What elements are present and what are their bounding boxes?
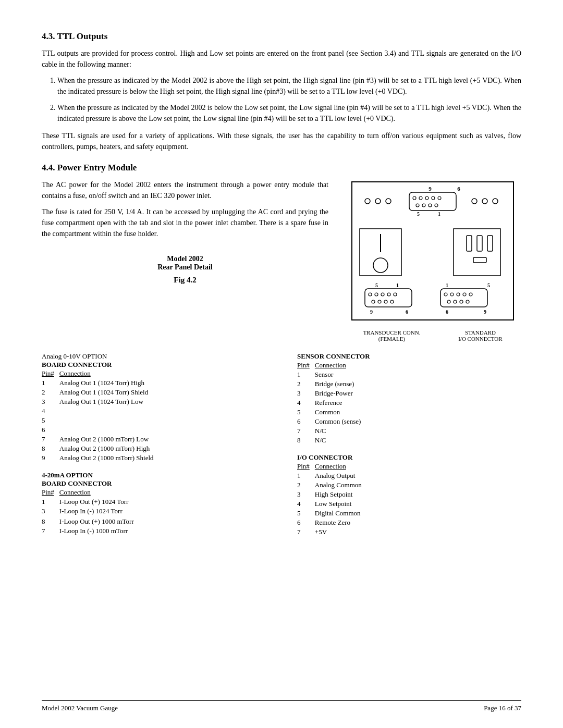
table-row: 3Bridge-Power <box>297 389 366 398</box>
pin-num: 4 <box>297 398 315 408</box>
pin-conn: Analog Out 1 (1024 Torr) Shield <box>59 388 159 397</box>
pin-num: 3 <box>297 389 315 398</box>
fig-caption-2: Rear Panel Detail <box>42 263 328 272</box>
analog-subtitle2: BOARD CONNECTOR <box>42 361 266 369</box>
svg-point-54 <box>466 300 469 303</box>
io-section: I/O CONNECTOR Pin# Connection 1Analog Ou… <box>297 453 521 537</box>
table-row: 8Analog Out 2 (1000 mTorr) High <box>42 444 159 453</box>
pin-conn: Analog Out 2 (1000 mTorr) Shield <box>59 453 159 463</box>
pin-conn: Common (sense) <box>315 417 366 426</box>
pin-conn: Analog Output <box>315 471 367 480</box>
svg-text:1: 1 <box>396 282 399 288</box>
pin-conn: Analog Out 1 (1024 Torr) High <box>59 378 159 388</box>
table-row: 3High Setpoint <box>297 490 367 499</box>
heading-44: 4.4. Power Entry Module <box>42 163 521 173</box>
sensor-title: SENSOR CONNECTOR <box>297 352 521 361</box>
heading-43: 4.3. TTL Outputs <box>42 31 521 42</box>
pinout-section: Analog 0-10V OPTION BOARD CONNECTOR Pin#… <box>42 352 521 545</box>
pin-conn: Remote Zero <box>315 518 367 527</box>
para-44-1: The AC power for the Model 2002 enters t… <box>42 179 328 201</box>
table-row: 3Analog Out 1 (1024 Torr) Low <box>42 397 159 406</box>
pin-num: 4 <box>297 499 315 509</box>
pin-num: 8 <box>42 444 59 453</box>
conn-label-left: TRANSDUCER CONN. (FEMALE) <box>363 329 420 342</box>
svg-text:5: 5 <box>417 211 420 217</box>
svg-point-18 <box>472 199 477 204</box>
pin-num: 5 <box>297 408 315 417</box>
svg-rect-28 <box>473 257 486 263</box>
fig-caption-block: Model 2002 Rear Panel Detail Fig 4.2 <box>42 255 328 285</box>
svg-point-9 <box>425 196 429 200</box>
sensor-section: SENSOR CONNECTOR Pin# Connection 1Sensor… <box>297 352 521 445</box>
analog-conn-header: Connection <box>59 369 159 378</box>
table-row: 6Common (sense) <box>297 417 366 426</box>
table-row: 2Analog Common <box>297 480 367 490</box>
pin-num: 7 <box>297 527 315 537</box>
table-row: 7I-Loop In (-) 1000 mTorr <box>42 526 139 536</box>
ma-table: Pin# Connection 1I-Loop Out (+) 1024 Tor… <box>42 488 139 536</box>
table-row: 4 <box>42 406 159 416</box>
svg-point-11 <box>438 196 441 200</box>
table-row: 7Analog Out 2 (1000 mTorr) Low <box>42 435 159 444</box>
sensor-pin-header: Pin# <box>297 361 315 370</box>
table-row: 1I-Loop Out (+) 1024 Torr <box>42 497 139 507</box>
pin-conn: Analog Out 1 (1024 Torr) Low <box>59 397 159 406</box>
ma-pin-header: Pin# <box>42 488 59 497</box>
sensor-table: Pin# Connection 1Sensor2Bridge (sense)3B… <box>297 361 366 445</box>
table-row: 2Analog Out 1 (1024 Torr) Shield <box>42 388 159 397</box>
svg-point-7 <box>413 196 416 200</box>
pin-num: 1 <box>297 471 315 480</box>
svg-point-49 <box>463 293 466 296</box>
pin-conn: Low Setpoint <box>315 499 367 509</box>
pin-conn: High Setpoint <box>315 490 367 499</box>
svg-text:1: 1 <box>438 211 440 217</box>
para-44-2: The fuse is rated for 250 V, 1/4 A. It c… <box>42 206 328 239</box>
table-row: 5 <box>42 416 159 425</box>
pin-num: 7 <box>297 426 315 436</box>
section-43: 4.3. TTL Outputs TTL outputs are provide… <box>42 31 521 152</box>
rear-panel-diagram: 9 6 <box>349 179 516 325</box>
table-row: 4Low Setpoint <box>297 499 367 509</box>
pin-num: 6 <box>297 518 315 527</box>
pin-conn <box>59 416 159 425</box>
svg-point-46 <box>444 293 447 296</box>
svg-point-39 <box>384 300 387 303</box>
io-conn-header: Connection <box>315 462 367 471</box>
io-title: I/O CONNECTOR <box>297 453 521 462</box>
conn-label-left-1: TRANSDUCER CONN. <box>363 329 420 336</box>
svg-point-33 <box>375 293 378 296</box>
power-text: The AC power for the Model 2002 enters t… <box>42 179 328 342</box>
svg-point-36 <box>394 293 397 296</box>
section-44: 4.4. Power Entry Module The AC power for… <box>42 163 521 342</box>
pin-conn: Analog Out 2 (1000 mTorr) High <box>59 444 159 453</box>
svg-point-4 <box>375 199 381 204</box>
conn-label-left-2: (FEMALE) <box>363 336 420 342</box>
svg-point-5 <box>386 199 391 204</box>
pin-num: 6 <box>297 417 315 426</box>
svg-text:9: 9 <box>429 186 432 192</box>
pin-conn <box>59 425 159 435</box>
svg-text:6: 6 <box>457 186 460 192</box>
connector-labels: TRANSDUCER CONN. (FEMALE) STANDARD I/O C… <box>344 329 521 342</box>
svg-point-12 <box>416 204 419 207</box>
analog-table: Pin# Connection 1Analog Out 1 (1024 Torr… <box>42 369 159 463</box>
table-row: 1Sensor <box>297 370 366 379</box>
svg-text:5: 5 <box>487 282 490 288</box>
pin-num: 3 <box>42 507 59 516</box>
pin-num: 1 <box>42 378 59 388</box>
pin-conn: Sensor <box>315 370 366 379</box>
pin-conn: N/C <box>315 436 366 445</box>
svg-text:9: 9 <box>370 309 373 315</box>
pin-num: 3 <box>297 490 315 499</box>
svg-point-50 <box>469 293 472 296</box>
svg-point-35 <box>387 293 390 296</box>
table-row: 2Bridge (sense) <box>297 379 366 389</box>
pin-conn: Digital Common <box>315 509 367 518</box>
table-row: 7+5V <box>297 527 367 537</box>
svg-rect-45 <box>440 289 487 307</box>
pin-conn: N/C <box>315 426 366 436</box>
svg-point-20 <box>493 199 498 204</box>
ma-section: 4-20mA OPTION BOARD CONNECTOR Pin# Conne… <box>42 471 266 536</box>
list-item-1: When the pressure as indicated by the Mo… <box>57 75 521 97</box>
ma-subtitle1: 4-20mA OPTION <box>42 471 266 479</box>
